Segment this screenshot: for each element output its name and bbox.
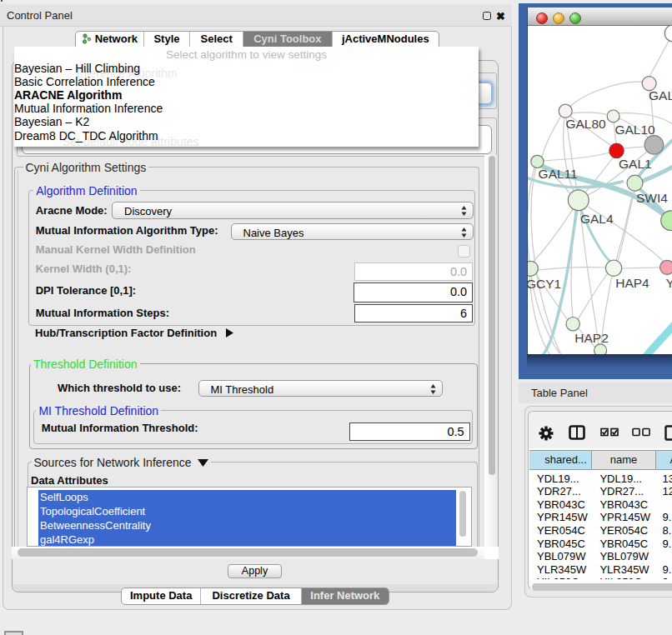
svg-text:HAP2: HAP2: [574, 331, 609, 345]
svg-text:GAL1: GAL1: [619, 157, 652, 171]
svg-text:GAL10: GAL10: [614, 122, 655, 137]
svg-text:GAL80: GAL80: [565, 117, 606, 131]
svg-text:YJ: YJ: [666, 276, 672, 290]
svg-text:SWI4: SWI4: [636, 191, 668, 205]
svg-text:GAL4: GAL4: [580, 212, 614, 226]
svg-text:GCY1: GCY1: [528, 277, 561, 291]
svg-text:HAP4: HAP4: [615, 276, 649, 290]
svg-text:GAL11: GAL11: [539, 167, 578, 181]
svg-text:GAL2: GAL2: [649, 88, 672, 102]
